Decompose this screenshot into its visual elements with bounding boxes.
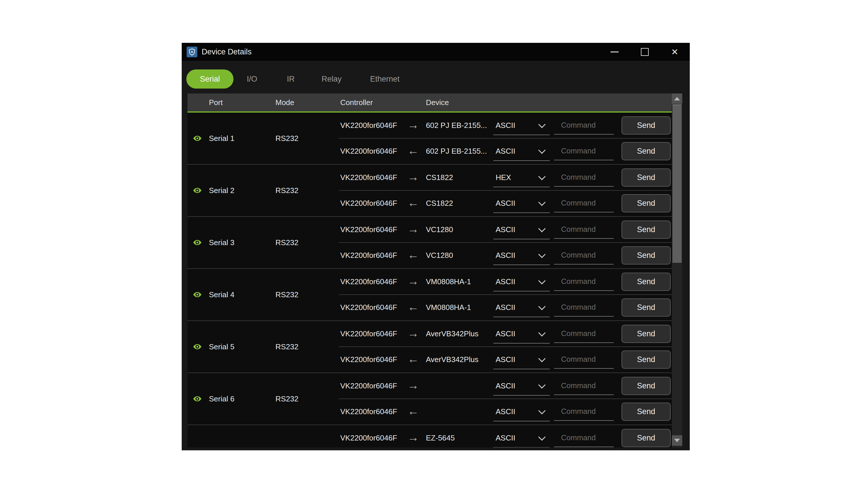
command-input[interactable] (554, 376, 614, 395)
window-title: Device Details (202, 47, 252, 56)
command-input[interactable] (554, 142, 614, 160)
command-input[interactable] (554, 324, 614, 343)
chevron-down-icon (538, 407, 545, 414)
format-value: ASCII (495, 147, 515, 156)
close-button[interactable]: ✕ (660, 43, 690, 61)
titlebar: Device Details ✕ (182, 43, 690, 61)
device-name: CS1822 (426, 199, 453, 208)
tab-bar: Serial I/O IR Relay Ethernet (182, 70, 690, 89)
arrow-left-icon: ← (405, 352, 421, 366)
controller-name: VK2200for6046F (340, 382, 397, 390)
format-dropdown[interactable]: ASCII (493, 324, 550, 344)
chevron-down-icon (538, 381, 545, 388)
controller-name: VK2200for6046F (340, 173, 397, 182)
format-dropdown[interactable]: HEX (493, 168, 550, 187)
controller-name: VK2200for6046F (340, 434, 397, 443)
arrow-right-icon: → (405, 170, 421, 183)
send-button[interactable]: Send (621, 402, 671, 421)
command-input[interactable] (554, 272, 614, 291)
arrow-left-icon: ← (405, 300, 421, 314)
device-details-window: Device Details ✕ Serial I/O IR Relay Eth… (182, 43, 690, 450)
device-name: AverVB342Plus (426, 329, 479, 338)
device-name: EZ-5645 (426, 434, 455, 443)
tab-relay[interactable]: Relay (322, 70, 341, 89)
device-name: 602 PJ EB-2155... (426, 121, 487, 130)
app-shield-icon (187, 47, 197, 57)
arrow-left-icon: ← (405, 196, 421, 209)
command-input[interactable] (554, 220, 614, 239)
controller-name: VK2200for6046F (340, 251, 397, 260)
format-dropdown[interactable]: ASCII (493, 298, 550, 317)
format-dropdown[interactable]: ASCII (493, 428, 550, 447)
send-button[interactable]: Send (621, 298, 671, 317)
device-name: VM0808HA-1 (426, 277, 471, 286)
send-button[interactable]: Send (621, 377, 671, 395)
device-name: AverVB342Plus (426, 355, 479, 364)
table-row-serial-3: Serial 3 RS232 VK2200for6046F → VC1280 A… (187, 217, 672, 269)
triangle-down-icon (674, 439, 680, 442)
command-input[interactable] (554, 350, 614, 369)
format-dropdown[interactable]: ASCII (493, 402, 550, 421)
controller-name: VK2200for6046F (340, 407, 397, 416)
send-button[interactable]: Send (621, 350, 671, 369)
scrollbar-thumb[interactable] (672, 104, 682, 263)
controller-name: VK2200for6046F (340, 225, 397, 234)
command-input[interactable] (554, 298, 614, 317)
minimize-button[interactable] (599, 43, 630, 61)
send-button[interactable]: Send (621, 168, 671, 187)
format-dropdown[interactable]: ASCII (493, 272, 550, 291)
table-row-serial-6: Serial 6 RS232 VK2200for6046F → ASCII Se… (187, 373, 672, 425)
chevron-down-icon (538, 251, 545, 258)
chevron-down-icon (538, 199, 545, 206)
command-input[interactable] (554, 194, 614, 213)
vertical-scrollbar[interactable] (672, 94, 682, 447)
arrow-left-icon: ← (405, 404, 421, 418)
tab-ir[interactable]: IR (287, 70, 295, 89)
header-port: Port (209, 94, 223, 112)
controller-name: VK2200for6046F (340, 277, 397, 286)
format-dropdown[interactable]: ASCII (493, 350, 550, 369)
serial-ports-table: Port Mode Controller Device Serial 1 RS2… (187, 94, 672, 447)
tab-io[interactable]: I/O (247, 70, 257, 89)
format-value: ASCII (495, 225, 515, 234)
close-icon: ✕ (671, 47, 678, 57)
chevron-down-icon (538, 303, 545, 310)
command-input[interactable] (554, 428, 614, 447)
send-button[interactable]: Send (621, 221, 671, 239)
format-dropdown[interactable]: ASCII (493, 220, 550, 239)
send-button[interactable]: Send (621, 429, 671, 447)
chevron-down-icon (538, 433, 545, 441)
table-row-serial-7-partial: VK2200for6046F → EZ-5645 ASCII Send (187, 425, 672, 447)
maximize-button[interactable] (630, 43, 660, 61)
scroll-up-button[interactable] (672, 94, 682, 104)
send-button[interactable]: Send (621, 142, 671, 160)
controller-name: VK2200for6046F (340, 303, 397, 312)
send-button[interactable]: Send (621, 325, 671, 343)
send-button[interactable]: Send (621, 116, 671, 134)
device-name: CS1822 (426, 173, 453, 182)
arrow-right-icon: → (405, 275, 421, 288)
command-input[interactable] (554, 168, 614, 187)
chevron-down-icon (538, 277, 545, 284)
format-dropdown[interactable]: ASCII (493, 194, 550, 213)
controller-name: VK2200for6046F (340, 329, 397, 338)
chevron-down-icon (538, 225, 545, 232)
format-value: ASCII (495, 407, 515, 416)
tab-ethernet[interactable]: Ethernet (370, 70, 400, 89)
chevron-down-icon (538, 173, 545, 180)
send-button[interactable]: Send (621, 246, 671, 265)
command-input[interactable] (554, 116, 614, 134)
format-dropdown[interactable]: ASCII (493, 116, 550, 135)
format-dropdown[interactable]: ASCII (493, 246, 550, 265)
send-button[interactable]: Send (621, 194, 671, 213)
header-device: Device (426, 94, 449, 112)
command-input[interactable] (554, 402, 614, 421)
controller-name: VK2200for6046F (340, 199, 397, 208)
format-dropdown[interactable]: ASCII (493, 142, 550, 161)
command-input[interactable] (554, 246, 614, 265)
scroll-down-button[interactable] (672, 435, 682, 446)
tab-serial[interactable]: Serial (186, 70, 233, 89)
format-dropdown[interactable]: ASCII (493, 376, 550, 396)
send-button[interactable]: Send (621, 273, 671, 291)
arrow-right-icon: → (405, 327, 421, 340)
